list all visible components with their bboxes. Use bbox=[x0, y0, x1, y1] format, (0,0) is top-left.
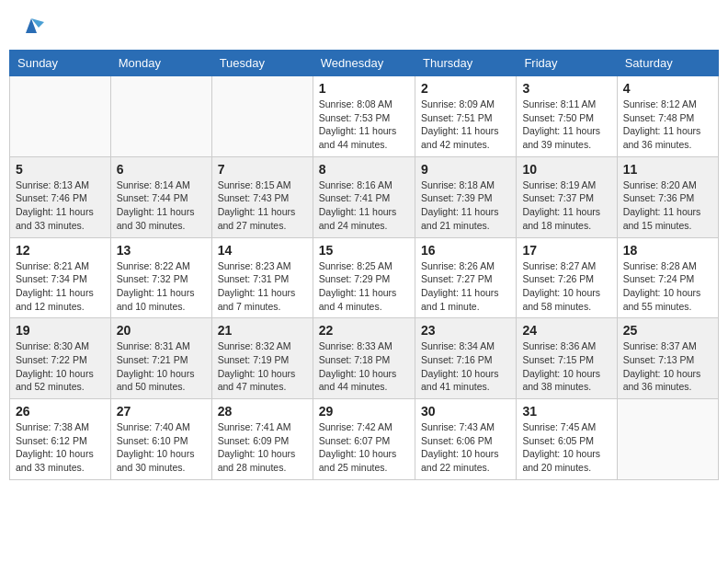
calendar-week-row: 19Sunrise: 8:30 AM Sunset: 7:22 PM Dayli… bbox=[10, 318, 719, 399]
day-number: 20 bbox=[117, 323, 206, 338]
day-info: Sunrise: 8:12 AM Sunset: 7:48 PM Dayligh… bbox=[623, 98, 712, 152]
day-header-friday: Friday bbox=[517, 51, 617, 76]
day-number: 17 bbox=[522, 243, 610, 258]
day-info: Sunrise: 8:08 AM Sunset: 7:53 PM Dayligh… bbox=[319, 98, 409, 152]
day-number: 5 bbox=[16, 162, 105, 177]
calendar-cell: 16Sunrise: 8:26 AM Sunset: 7:27 PM Dayli… bbox=[415, 237, 516, 318]
day-number: 14 bbox=[218, 243, 307, 258]
day-number: 28 bbox=[218, 404, 307, 419]
logo bbox=[17, 13, 44, 39]
calendar-cell: 2Sunrise: 8:09 AM Sunset: 7:51 PM Daylig… bbox=[415, 76, 516, 157]
calendar-cell: 13Sunrise: 8:22 AM Sunset: 7:32 PM Dayli… bbox=[110, 237, 211, 318]
calendar-week-row: 1Sunrise: 8:08 AM Sunset: 7:53 PM Daylig… bbox=[10, 76, 719, 157]
calendar-cell: 20Sunrise: 8:31 AM Sunset: 7:21 PM Dayli… bbox=[110, 318, 211, 399]
calendar-cell: 7Sunrise: 8:15 AM Sunset: 7:43 PM Daylig… bbox=[211, 156, 313, 237]
day-header-saturday: Saturday bbox=[617, 51, 718, 76]
logo-icon bbox=[18, 13, 44, 39]
day-number: 4 bbox=[623, 81, 712, 96]
calendar-cell: 27Sunrise: 7:40 AM Sunset: 6:10 PM Dayli… bbox=[110, 399, 211, 480]
calendar-cell: 30Sunrise: 7:43 AM Sunset: 6:06 PM Dayli… bbox=[415, 399, 516, 480]
day-number: 11 bbox=[623, 162, 712, 177]
day-number: 24 bbox=[522, 323, 610, 338]
day-info: Sunrise: 8:14 AM Sunset: 7:44 PM Dayligh… bbox=[117, 178, 206, 233]
day-info: Sunrise: 8:33 AM Sunset: 7:18 PM Dayligh… bbox=[319, 339, 409, 394]
calendar-cell: 12Sunrise: 8:21 AM Sunset: 7:34 PM Dayli… bbox=[10, 237, 111, 318]
calendar-cell: 15Sunrise: 8:25 AM Sunset: 7:29 PM Dayli… bbox=[313, 237, 415, 318]
day-info: Sunrise: 8:15 AM Sunset: 7:43 PM Dayligh… bbox=[218, 178, 307, 233]
day-number: 26 bbox=[16, 404, 105, 419]
day-number: 3 bbox=[522, 81, 610, 96]
day-info: Sunrise: 8:18 AM Sunset: 7:39 PM Dayligh… bbox=[421, 178, 510, 233]
calendar-cell: 1Sunrise: 8:08 AM Sunset: 7:53 PM Daylig… bbox=[313, 76, 415, 157]
day-number: 29 bbox=[319, 404, 409, 419]
day-info: Sunrise: 8:27 AM Sunset: 7:26 PM Dayligh… bbox=[522, 259, 610, 314]
day-info: Sunrise: 7:43 AM Sunset: 6:06 PM Dayligh… bbox=[421, 420, 510, 475]
day-number: 19 bbox=[16, 323, 105, 338]
calendar-cell bbox=[211, 76, 313, 157]
day-number: 16 bbox=[421, 243, 510, 258]
day-header-tuesday: Tuesday bbox=[211, 51, 313, 76]
calendar-cell: 17Sunrise: 8:27 AM Sunset: 7:26 PM Dayli… bbox=[517, 237, 617, 318]
calendar-cell: 10Sunrise: 8:19 AM Sunset: 7:37 PM Dayli… bbox=[517, 156, 617, 237]
day-number: 27 bbox=[117, 404, 206, 419]
day-number: 15 bbox=[319, 243, 409, 258]
day-number: 1 bbox=[319, 81, 409, 96]
day-number: 31 bbox=[522, 404, 610, 419]
day-number: 6 bbox=[117, 162, 206, 177]
calendar-cell: 21Sunrise: 8:32 AM Sunset: 7:19 PM Dayli… bbox=[211, 318, 313, 399]
calendar-cell: 19Sunrise: 8:30 AM Sunset: 7:22 PM Dayli… bbox=[10, 318, 111, 399]
day-number: 10 bbox=[522, 162, 610, 177]
calendar-cell: 5Sunrise: 8:13 AM Sunset: 7:46 PM Daylig… bbox=[10, 156, 111, 237]
calendar-cell: 31Sunrise: 7:45 AM Sunset: 6:05 PM Dayli… bbox=[517, 399, 617, 480]
calendar-cell: 3Sunrise: 8:11 AM Sunset: 7:50 PM Daylig… bbox=[517, 76, 617, 157]
day-info: Sunrise: 8:22 AM Sunset: 7:32 PM Dayligh… bbox=[117, 259, 206, 314]
calendar-cell: 28Sunrise: 7:41 AM Sunset: 6:09 PM Dayli… bbox=[211, 399, 313, 480]
day-header-monday: Monday bbox=[110, 51, 211, 76]
day-number: 30 bbox=[421, 404, 510, 419]
calendar-cell: 6Sunrise: 8:14 AM Sunset: 7:44 PM Daylig… bbox=[110, 156, 211, 237]
calendar-week-row: 5Sunrise: 8:13 AM Sunset: 7:46 PM Daylig… bbox=[10, 156, 719, 237]
calendar-table: SundayMondayTuesdayWednesdayThursdayFrid… bbox=[9, 50, 719, 480]
day-header-thursday: Thursday bbox=[415, 51, 516, 76]
day-info: Sunrise: 8:13 AM Sunset: 7:46 PM Dayligh… bbox=[16, 178, 105, 233]
day-info: Sunrise: 8:30 AM Sunset: 7:22 PM Dayligh… bbox=[16, 339, 105, 394]
day-header-sunday: Sunday bbox=[10, 51, 111, 76]
calendar-cell bbox=[617, 399, 718, 480]
day-info: Sunrise: 7:41 AM Sunset: 6:09 PM Dayligh… bbox=[218, 420, 307, 475]
day-info: Sunrise: 8:21 AM Sunset: 7:34 PM Dayligh… bbox=[16, 259, 105, 314]
day-number: 9 bbox=[421, 162, 510, 177]
calendar-cell: 26Sunrise: 7:38 AM Sunset: 6:12 PM Dayli… bbox=[10, 399, 111, 480]
day-info: Sunrise: 7:45 AM Sunset: 6:05 PM Dayligh… bbox=[522, 420, 610, 475]
day-info: Sunrise: 8:26 AM Sunset: 7:27 PM Dayligh… bbox=[421, 259, 510, 314]
day-info: Sunrise: 8:20 AM Sunset: 7:36 PM Dayligh… bbox=[623, 178, 712, 233]
calendar-cell: 14Sunrise: 8:23 AM Sunset: 7:31 PM Dayli… bbox=[211, 237, 313, 318]
day-info: Sunrise: 7:38 AM Sunset: 6:12 PM Dayligh… bbox=[16, 420, 105, 475]
calendar-cell: 18Sunrise: 8:28 AM Sunset: 7:24 PM Dayli… bbox=[617, 237, 718, 318]
day-number: 13 bbox=[117, 243, 206, 258]
calendar-cell bbox=[10, 76, 111, 157]
day-number: 21 bbox=[218, 323, 307, 338]
day-info: Sunrise: 8:19 AM Sunset: 7:37 PM Dayligh… bbox=[522, 178, 610, 233]
calendar-header-row: SundayMondayTuesdayWednesdayThursdayFrid… bbox=[10, 51, 719, 76]
day-number: 7 bbox=[218, 162, 307, 177]
day-info: Sunrise: 8:25 AM Sunset: 7:29 PM Dayligh… bbox=[319, 259, 409, 314]
calendar-cell: 9Sunrise: 8:18 AM Sunset: 7:39 PM Daylig… bbox=[415, 156, 516, 237]
page-header bbox=[9, 9, 719, 42]
day-info: Sunrise: 8:34 AM Sunset: 7:16 PM Dayligh… bbox=[421, 339, 510, 394]
day-info: Sunrise: 8:28 AM Sunset: 7:24 PM Dayligh… bbox=[623, 259, 712, 314]
day-number: 22 bbox=[319, 323, 409, 338]
day-number: 2 bbox=[421, 81, 510, 96]
day-info: Sunrise: 8:36 AM Sunset: 7:15 PM Dayligh… bbox=[522, 339, 610, 394]
calendar-week-row: 12Sunrise: 8:21 AM Sunset: 7:34 PM Dayli… bbox=[10, 237, 719, 318]
day-info: Sunrise: 8:09 AM Sunset: 7:51 PM Dayligh… bbox=[421, 98, 510, 152]
calendar-cell: 11Sunrise: 8:20 AM Sunset: 7:36 PM Dayli… bbox=[617, 156, 718, 237]
day-info: Sunrise: 8:23 AM Sunset: 7:31 PM Dayligh… bbox=[218, 259, 307, 314]
calendar-cell: 29Sunrise: 7:42 AM Sunset: 6:07 PM Dayli… bbox=[313, 399, 415, 480]
calendar-cell: 22Sunrise: 8:33 AM Sunset: 7:18 PM Dayli… bbox=[313, 318, 415, 399]
day-info: Sunrise: 8:16 AM Sunset: 7:41 PM Dayligh… bbox=[319, 178, 409, 233]
day-info: Sunrise: 8:31 AM Sunset: 7:21 PM Dayligh… bbox=[117, 339, 206, 394]
calendar-cell: 8Sunrise: 8:16 AM Sunset: 7:41 PM Daylig… bbox=[313, 156, 415, 237]
day-number: 25 bbox=[623, 323, 712, 338]
day-info: Sunrise: 7:42 AM Sunset: 6:07 PM Dayligh… bbox=[319, 420, 409, 475]
day-number: 23 bbox=[421, 323, 510, 338]
